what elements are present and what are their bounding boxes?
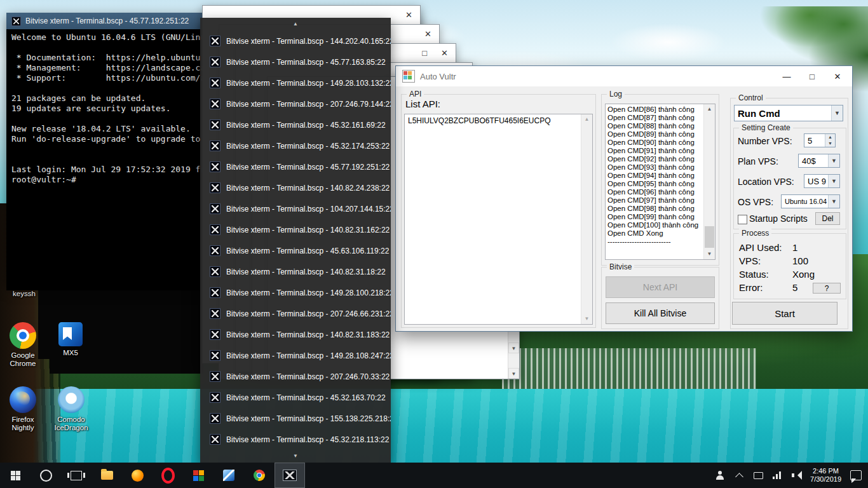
scrollbar[interactable]: ▲ ▼ (703, 104, 715, 259)
window-list-item[interactable]: Bitvise xterm - Terminal.bscp - 149.28.1… (200, 282, 391, 303)
window-list-item[interactable]: Bitvise xterm - Terminal.bscp - 104.207.… (200, 198, 391, 219)
process-row-label: Error: (739, 282, 763, 293)
scrollbar-thumb[interactable] (705, 226, 714, 248)
window-list-item-label: Bitvise xterm - Terminal.bscp - 140.82.2… (226, 184, 390, 193)
scroll-up-icon[interactable]: ▲ (581, 114, 592, 125)
volume-icon[interactable] (791, 470, 801, 480)
window-list-item[interactable]: Bitvise xterm - Terminal.bscp - 140.82.3… (200, 219, 391, 240)
location-vps-select[interactable]: US 9 ▼ (804, 174, 840, 188)
close-icon[interactable]: ✕ (833, 72, 842, 81)
window-list-item[interactable]: Bitvise xterm - Terminal.bscp - 45.32.16… (200, 114, 391, 135)
log-listbox[interactable]: ▲ ▼ Open CMD[86] thành côngOpen CMD[87] … (605, 104, 715, 260)
window-list-item[interactable]: Bitvise xterm - Terminal.bscp - 207.246.… (200, 93, 391, 114)
chevron-down-icon[interactable]: ▼ (828, 195, 839, 208)
window-list-item[interactable]: Bitvise xterm - Terminal.bscp - 45.63.10… (200, 240, 391, 261)
desktop-icon-comodo-icedragon[interactable]: Comodo IceDragon (46, 386, 96, 432)
scroll-down-icon[interactable]: ▼ (704, 249, 715, 259)
group-label: Bitvise (607, 262, 634, 271)
cortana-circle-icon (40, 470, 52, 482)
notification-center-icon[interactable] (850, 470, 862, 480)
taskbar-clock[interactable]: 2:46 PM 7/30/2019 (810, 467, 841, 484)
scroll-down-icon[interactable]: ▼ (200, 450, 391, 463)
desktop-icon-google-chrome[interactable]: Google Chrome (0, 322, 48, 368)
taskbar-colorful-app[interactable] (183, 463, 214, 488)
maximize-icon[interactable]: □ (808, 72, 817, 81)
window-list-item[interactable]: Bitvise xterm - Terminal.bscp - 45.32.17… (200, 135, 391, 156)
plan-vps-select[interactable]: 40$ ▼ (798, 154, 840, 168)
task-view-button[interactable] (61, 463, 92, 488)
window-list-item[interactable]: Bitvise xterm - Terminal.bscp - 45.32.21… (200, 429, 391, 450)
window-list-item[interactable]: Bitvise xterm - Terminal.bscp - 45.77.16… (200, 51, 391, 72)
scroll-down-icon[interactable]: ▼ (508, 342, 519, 353)
os-vps-select[interactable]: Ubuntu 16.04 ▼ (781, 194, 840, 208)
taskbar-chrome[interactable] (244, 463, 275, 488)
startup-scripts-checkbox[interactable] (738, 215, 747, 224)
network-icon[interactable] (772, 470, 782, 480)
system-tray: 2:46 PM 7/30/2019 (715, 463, 868, 488)
spin-up-icon[interactable]: ▲ (825, 134, 835, 140)
next-api-button[interactable]: Next API (606, 276, 715, 298)
maximize-icon[interactable]: □ (422, 48, 427, 58)
spin-down-icon[interactable]: ▼ (825, 140, 835, 147)
window-list-item[interactable]: Bitvise xterm - Terminal.bscp - 45.32.16… (200, 387, 391, 408)
window-list-item[interactable]: Bitvise xterm - Terminal.bscp - 45.77.19… (200, 156, 391, 177)
run-mode-select[interactable]: Run Cmd ▼ (734, 105, 843, 121)
cortana-button[interactable] (31, 463, 61, 488)
window-list-item[interactable]: Bitvise xterm - Terminal.bscp - 155.138.… (200, 408, 391, 429)
window-list-item[interactable]: Bitvise xterm - Terminal.bscp - 149.28.1… (200, 72, 391, 93)
window-list-item-label: Bitvise xterm - Terminal.bscp - 45.32.21… (226, 435, 389, 444)
display-icon[interactable] (753, 470, 763, 480)
chevron-down-icon[interactable]: ▼ (828, 175, 839, 187)
show-hidden-icons[interactable] (734, 470, 744, 480)
window-list-item-label: Bitvise xterm - Terminal.bscp - 104.207.… (226, 205, 391, 214)
window-list-item-label: Bitvise xterm - Terminal.bscp - 144.202.… (226, 37, 391, 46)
api-group: API List API: L5HIULVQ2BZCPUBO6TFU465I6E… (401, 94, 596, 328)
close-icon[interactable]: ✕ (405, 10, 412, 20)
scrollbar[interactable]: ▲ ▼ (581, 114, 592, 324)
taskbar-firefox[interactable] (122, 463, 153, 488)
desktop-icon-label: Comodo IceDragon (50, 416, 92, 432)
window-list-item[interactable]: Bitvise xterm - Terminal.bscp - 207.246.… (200, 366, 391, 387)
kill-all-bitvise-button[interactable]: Kill All Bitvise (606, 302, 715, 324)
close-icon[interactable]: ✕ (441, 48, 448, 58)
window-list-item[interactable]: Bitvise xterm - Terminal.bscp - 207.246.… (200, 303, 391, 324)
people-icon[interactable] (715, 470, 725, 480)
api-list-textarea[interactable]: L5HIULVQ2BZCPUBO6TFU465I6EUCPQ ▲ ▼ (404, 114, 593, 325)
number-vps-value: 5 (804, 134, 825, 147)
run-mode-value: Run Cmd (735, 105, 831, 121)
auto-vultr-window: Auto Vultr — □ ✕ API List API: L5HIULVQ2… (395, 65, 853, 332)
bitvise-icon (210, 119, 220, 130)
window-list-item[interactable]: Bitvise xterm - Terminal.bscp - 140.82.3… (200, 324, 391, 345)
scroll-up-icon[interactable]: ▲ (704, 104, 715, 114)
auto-vultr-titlebar[interactable]: Auto Vultr — □ ✕ (396, 66, 852, 86)
minimize-icon[interactable]: — (782, 72, 791, 81)
color-grid-icon (193, 470, 204, 481)
window-list-item[interactable]: Bitvise xterm - Terminal.bscp - 140.82.3… (200, 261, 391, 282)
start-button-windows[interactable] (0, 463, 31, 488)
desktop: keyssh Google Chrome MX5 Firefox Nightly… (0, 0, 868, 488)
window-list-item[interactable]: Bitvise xterm - Terminal.bscp - 144.202.… (200, 30, 391, 51)
window-title: Auto Vultr (420, 72, 782, 81)
taskbar-file-explorer[interactable] (92, 463, 122, 488)
desktop-icon-mx5[interactable]: MX5 (46, 322, 95, 357)
chevron-down-icon[interactable]: ▼ (828, 154, 839, 167)
taskbar-bitvise-ssh[interactable] (214, 463, 244, 488)
close-icon[interactable]: ✕ (424, 29, 431, 39)
del-button[interactable]: Del (815, 212, 840, 225)
help-button[interactable]: ? (813, 283, 841, 294)
plan-vps-value: 40$ (799, 154, 828, 167)
chevron-down-icon[interactable]: ▼ (831, 105, 843, 121)
start-button[interactable]: Start (732, 302, 837, 325)
bitvise-icon (210, 308, 220, 319)
desktop-icon-firefox-nightly[interactable]: Firefox Nightly (0, 386, 48, 432)
number-vps-stepper[interactable]: 5 ▲ ▼ (804, 133, 836, 147)
window-list-item[interactable]: Bitvise xterm - Terminal.bscp - 149.28.1… (200, 345, 391, 366)
scroll-up-icon[interactable]: ▲ (200, 18, 391, 30)
clock-date: 7/30/2019 (810, 475, 841, 484)
scroll-down-icon[interactable]: ▼ (581, 314, 592, 324)
log-entry: Open CMD[94] thành công (607, 172, 703, 180)
taskbar-opera[interactable] (153, 463, 183, 488)
taskbar-bitvise-xterm-active[interactable] (275, 463, 305, 488)
scroll-down-icon[interactable]: ▼ (508, 368, 519, 379)
window-list-item[interactable]: Bitvise xterm - Terminal.bscp - 140.82.2… (200, 177, 391, 198)
